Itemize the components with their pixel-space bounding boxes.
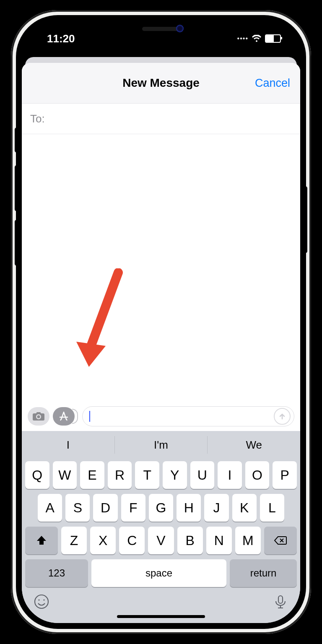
- key-p[interactable]: P: [273, 461, 297, 489]
- arrow-up-icon: [278, 413, 286, 420]
- key-j[interactable]: J: [204, 494, 229, 522]
- to-label: To:: [30, 112, 45, 125]
- key-i[interactable]: I: [218, 461, 242, 489]
- to-field[interactable]: To:: [22, 104, 300, 134]
- wifi-icon: [252, 35, 262, 42]
- shift-icon: [36, 535, 47, 546]
- status-time: 11:20: [47, 32, 75, 45]
- svg-point-4: [43, 599, 44, 600]
- dictation-button[interactable]: [273, 594, 288, 611]
- key-t[interactable]: T: [135, 461, 159, 489]
- home-indicator[interactable]: [117, 615, 205, 618]
- microphone-icon: [273, 594, 288, 610]
- imessage-apps-button[interactable]: [53, 407, 75, 426]
- key-x[interactable]: X: [90, 527, 116, 554]
- key-s[interactable]: S: [65, 494, 90, 522]
- notch: [98, 21, 224, 39]
- emoji-icon: [34, 594, 49, 610]
- key-k[interactable]: K: [232, 494, 257, 522]
- key-c[interactable]: C: [119, 527, 145, 554]
- key-r[interactable]: R: [108, 461, 132, 489]
- svg-point-2: [35, 595, 48, 608]
- nav-bar: New Message Cancel: [22, 63, 300, 104]
- screen: 11:20 •••• New Message Cancel To:: [22, 21, 300, 623]
- predictive-suggestion[interactable]: I'm: [115, 431, 208, 459]
- svg-rect-5: [278, 596, 283, 603]
- key-return[interactable]: return: [230, 559, 297, 587]
- key-z[interactable]: Z: [61, 527, 87, 554]
- key-n[interactable]: N: [206, 527, 232, 554]
- annotation-arrow-icon: [76, 268, 127, 369]
- key-o[interactable]: O: [245, 461, 270, 489]
- page-title: New Message: [122, 76, 200, 90]
- phone-frame: 11:20 •••• New Message Cancel To:: [11, 10, 311, 634]
- key-g[interactable]: G: [149, 494, 173, 522]
- key-m[interactable]: M: [235, 527, 261, 554]
- key-v[interactable]: V: [148, 527, 174, 554]
- key-a[interactable]: A: [38, 494, 62, 522]
- cellular-icon: ••••: [237, 35, 248, 42]
- backspace-icon: [274, 535, 287, 545]
- key-u[interactable]: U: [190, 461, 215, 489]
- emoji-button[interactable]: [34, 594, 49, 611]
- key-w[interactable]: W: [53, 461, 77, 489]
- message-input[interactable]: [82, 406, 294, 426]
- key-y[interactable]: Y: [163, 461, 187, 489]
- app-store-icon: [58, 411, 69, 422]
- keyboard: I I'm We Q W E R T Y: [22, 431, 300, 623]
- key-b[interactable]: B: [177, 527, 203, 554]
- predictive-bar: I I'm We: [22, 431, 300, 459]
- key-d[interactable]: D: [93, 494, 117, 522]
- predictive-suggestion[interactable]: We: [208, 431, 300, 459]
- key-shift[interactable]: [25, 527, 58, 554]
- key-backspace[interactable]: [264, 527, 297, 554]
- key-q[interactable]: Q: [25, 461, 49, 489]
- front-camera: [176, 25, 184, 32]
- predictive-suggestion[interactable]: I: [22, 431, 114, 459]
- speaker-grille: [142, 27, 180, 31]
- key-numeric[interactable]: 123: [25, 559, 88, 587]
- key-l[interactable]: L: [260, 494, 284, 522]
- svg-point-3: [38, 599, 39, 600]
- compose-bar: [22, 402, 300, 431]
- svg-marker-1: [76, 342, 106, 367]
- key-space[interactable]: space: [91, 559, 226, 587]
- text-cursor: [89, 411, 90, 422]
- conversation-area: [22, 134, 300, 402]
- svg-line-0: [91, 273, 118, 346]
- cancel-button[interactable]: Cancel: [255, 77, 290, 90]
- camera-button[interactable]: [28, 407, 49, 426]
- key-e[interactable]: E: [80, 461, 104, 489]
- key-h[interactable]: H: [177, 494, 201, 522]
- key-f[interactable]: F: [121, 494, 145, 522]
- send-button[interactable]: [274, 408, 291, 425]
- battery-icon: [265, 34, 281, 43]
- new-message-sheet: New Message Cancel To:: [22, 63, 300, 623]
- camera-icon: [32, 411, 45, 421]
